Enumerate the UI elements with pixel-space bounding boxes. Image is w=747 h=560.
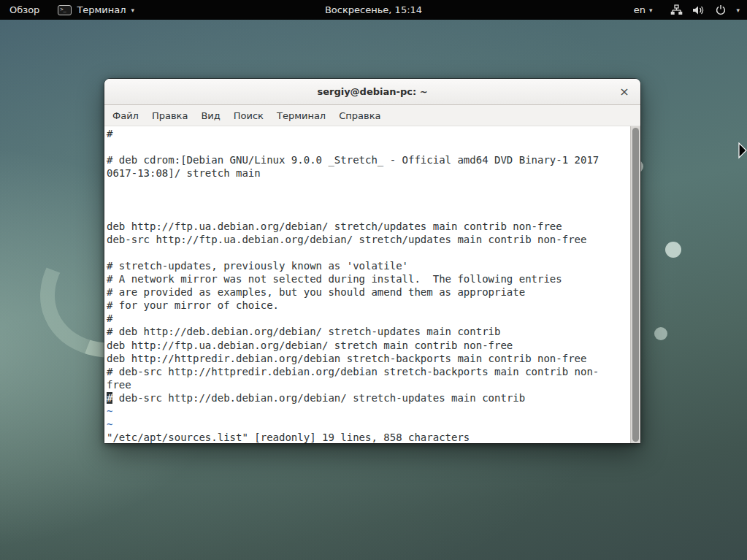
network-icon[interactable] [670,4,683,16]
activities-label: Обзор [9,4,39,15]
terminal-line: # A network mirror was not selected duri… [107,272,631,285]
wallpaper-dot [654,327,667,340]
vim-tilde-line: ~ [107,404,631,418]
vim-block-cursor: # [107,392,112,404]
menu-item-search[interactable]: Поиск [227,107,270,124]
app-menu-terminal[interactable]: >_ Терминал ▾ [49,0,143,20]
gnome-top-bar: Обзор >_ Терминал ▾ Воскресенье, 15:14 e… [0,0,747,20]
terminal-line: # [107,127,631,140]
window-title: sergiy@debian-pc: ~ [317,86,427,97]
window-titlebar[interactable]: sergiy@debian-pc: ~ × [104,79,640,105]
terminal-line: # deb-src http://httpredir.debian.org/de… [107,365,631,378]
vim-tilde-line: ~ [107,418,631,431]
chevron-down-icon: ▾ [131,7,135,14]
terminal-line: # are provided as examples, but you shou… [107,285,631,299]
terminal-line: # [107,312,631,325]
menu-item-file[interactable]: Файл [106,107,145,124]
menu-item-view[interactable]: Вид [194,107,226,124]
terminal-line: deb http://ftp.ua.debian.org/debian/ str… [107,339,631,352]
terminal-line: # for your mirror of choice. [107,299,631,312]
scrollbar[interactable] [630,126,640,443]
terminal-line: # deb cdrom:[Debian GNU/Linux 9.0.0 _Str… [107,153,631,166]
terminal-line: deb-src http://ftp.ua.debian.org/debian/… [107,233,631,246]
clock-button[interactable]: Воскресенье, 15:14 [325,0,422,20]
terminal-line [107,246,631,259]
vim-status-line: "/etc/apt/sources.list" [readonly] 19 li… [107,431,631,443]
system-menu-chevron-icon[interactable]: ▾ [736,7,740,14]
close-button[interactable]: × [614,79,635,104]
terminal-line [107,207,631,220]
terminal-window: sergiy@debian-pc: ~ × ФайлПравкаВидПоиск… [104,79,640,443]
keyboard-layout-label: en [634,4,646,15]
scrollbar-thumb[interactable] [632,128,639,442]
terminal-line: free [107,378,631,391]
terminal-line: # deb http://deb.debian.org/debian/ stre… [107,325,631,338]
keyboard-layout-indicator[interactable]: en ▾ [634,4,653,15]
power-icon[interactable] [715,4,727,16]
menu-bar: ФайлПравкаВидПоискТерминалСправка [104,105,640,126]
terminal-line: # deb-src http://deb.debian.org/debian/ … [107,391,631,404]
terminal-line [107,140,631,153]
wallpaper-dot [665,242,681,258]
terminal-line: 0617-13:08]/ stretch main [107,166,631,180]
clock-label: Воскресенье, 15:14 [325,4,422,15]
volume-icon[interactable] [692,4,705,16]
terminal-line [107,193,631,206]
menu-item-edit[interactable]: Правка [145,107,194,124]
activities-button[interactable]: Обзор [0,0,49,20]
mouse-cursor [738,142,747,163]
terminal-line: deb http://httpredir.debian.org/debian s… [107,352,631,365]
app-menu-label: Терминал [77,4,126,15]
chevron-down-icon: ▾ [649,7,653,14]
menu-item-help[interactable]: Справка [332,107,387,124]
terminal-line: # stretch-updates, previously known as '… [107,259,631,272]
terminal-line [107,180,631,193]
terminal-screen-area: # # deb cdrom:[Debian GNU/Linux 9.0.0 _S… [104,126,640,443]
terminal-app-icon: >_ [58,5,72,15]
terminal-line: deb http://ftp.ua.debian.org/debian/ str… [107,220,631,233]
terminal-screen[interactable]: # # deb cdrom:[Debian GNU/Linux 9.0.0 _S… [104,126,631,443]
menu-item-terminal[interactable]: Терминал [270,107,332,124]
